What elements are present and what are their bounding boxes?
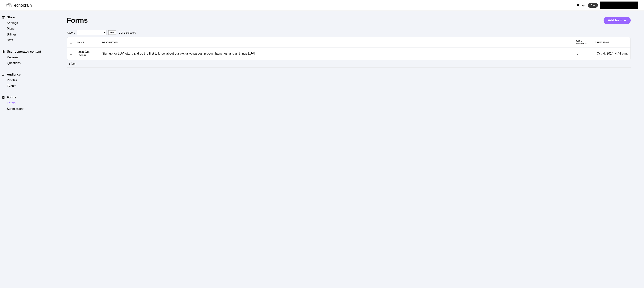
divider [67,68,631,68]
people-icon [2,73,5,76]
plug-icon [576,52,579,55]
sidebar-item-plans[interactable]: Plans [2,26,57,32]
sidebar-item-settings[interactable]: Settings [2,20,57,26]
sidebar-item-forms[interactable]: Forms [2,100,57,106]
nav-header-label: Forms [7,96,16,99]
col-name[interactable]: NAME [75,38,100,48]
document-icon [2,50,5,53]
nav-header-label: Audience [7,73,20,76]
row-checkbox[interactable] [70,52,72,54]
cell-name[interactable]: Let's Get Closer [75,48,100,60]
add-form-label: Add form [608,18,622,22]
cell-description: Sign up for LUV letters and be the first… [100,48,573,60]
store-icon [2,16,5,19]
cell-created: Oct. 4, 2024, 4:44 p.m. [592,48,630,60]
svg-point-1 [2,74,4,74]
col-description[interactable]: DESCRIPTION [100,38,573,48]
sidebar: Store Settings Plans Billings Staff User… [0,11,59,288]
nav-section-store: Store Settings Plans Billings Staff [2,14,57,43]
page-header: Forms Add form [67,16,631,24]
go-button[interactable]: Go [108,30,116,35]
forms-table: NAME DESCRIPTION FORM ENDPOINT CREATED A… [67,37,631,60]
nav-header-store[interactable]: Store [2,14,57,20]
col-created[interactable]: CREATED AT [592,38,630,48]
nav-header-audience[interactable]: Audience [2,72,57,78]
action-label: Action: [67,31,75,34]
header: echobrain Free [0,0,644,11]
action-row: Action: --------- Go 0 of 1 selected [67,30,631,35]
col-endpoint[interactable]: FORM ENDPOINT [573,38,592,48]
add-form-button[interactable]: Add form [604,16,631,24]
svg-point-2 [4,74,4,74]
sidebar-item-events[interactable]: Events [2,83,57,89]
sidebar-item-billings[interactable]: Billings [2,32,57,38]
plus-icon [624,19,626,22]
plug-icon[interactable] [576,4,580,7]
nav-section-ugc: User-generated content Reviews Questions [2,49,57,66]
nav-section-audience: Audience Profiles Events [2,72,57,89]
free-badge[interactable]: Free [588,3,598,8]
brand-name: echobrain [14,3,32,8]
form-endpoint-link[interactable] [576,52,590,55]
sidebar-item-questions[interactable]: Questions [2,60,57,66]
code-icon[interactable] [582,4,586,7]
sidebar-item-submissions[interactable]: Submissions [2,106,57,112]
page-title: Forms [67,16,88,24]
table-row[interactable]: Let's Get Closer Sign up for LUV letters… [67,48,630,60]
nav-header-ugc[interactable]: User-generated content [2,49,57,54]
nav-header-forms[interactable]: Forms [2,94,57,100]
selection-count: 0 of 1 selected [119,31,136,34]
nav-section-forms: Forms Forms Submissions [2,94,57,112]
sidebar-item-reviews[interactable]: Reviews [2,54,57,60]
sidebar-item-staff[interactable]: Staff [2,38,57,43]
footer-count: 1 form [67,60,631,68]
header-right: Free [576,2,638,9]
form-icon [2,96,5,99]
account-area[interactable] [600,2,638,9]
select-all-checkbox[interactable] [70,41,72,44]
table-header-row: NAME DESCRIPTION FORM ENDPOINT CREATED A… [67,38,630,48]
nav-header-label: Store [7,16,15,19]
main-content: Forms Add form Action: --------- Go 0 of… [59,11,644,288]
action-select[interactable]: --------- [77,30,106,35]
brand-logo[interactable]: echobrain [6,3,32,8]
brain-icon [6,3,12,8]
svg-rect-5 [3,97,4,98]
nav-header-label: User-generated content [7,50,41,54]
sidebar-item-profiles[interactable]: Profiles [2,78,57,83]
